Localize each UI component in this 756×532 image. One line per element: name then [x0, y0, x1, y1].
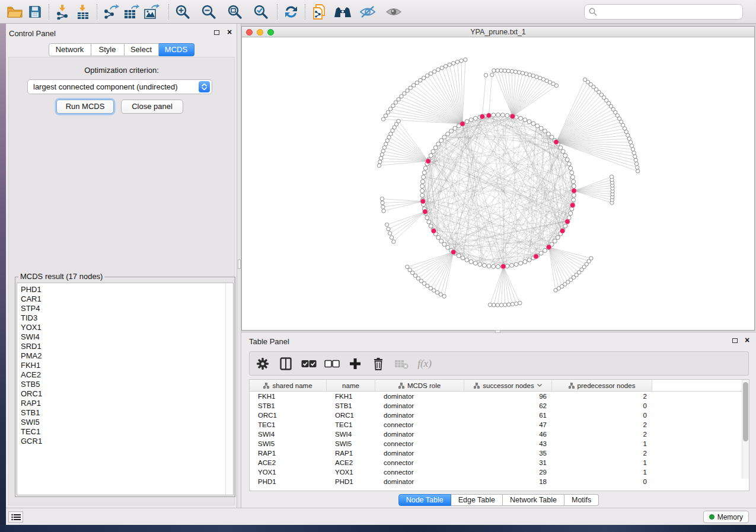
graph-node[interactable] — [506, 69, 510, 73]
graph-mcds-node[interactable] — [546, 245, 551, 250]
graph-node[interactable] — [409, 86, 412, 89]
mcds-result-item[interactable]: STP4 — [21, 304, 233, 313]
cell-shared-name[interactable]: STB1 — [250, 401, 327, 411]
graph-node[interactable] — [500, 113, 505, 117]
graph-node[interactable] — [381, 149, 385, 153]
graph-node[interactable] — [384, 114, 387, 117]
criterion-select[interactable]: largest connected component (undirected) — [27, 79, 212, 94]
graph-node[interactable] — [492, 264, 496, 268]
graph-mcds-node[interactable] — [451, 249, 456, 255]
graph-node[interactable] — [503, 69, 506, 72]
graph-node[interactable] — [484, 73, 487, 77]
graph-node[interactable] — [570, 175, 575, 179]
delete-table-button[interactable] — [394, 356, 409, 371]
table-row[interactable]: ACE2ACE2connector311 — [250, 458, 749, 467]
graph-node[interactable] — [510, 69, 513, 73]
graph-node[interactable] — [518, 301, 522, 305]
cell-successor-nodes[interactable]: 62 — [464, 401, 552, 411]
open-session-button[interactable] — [5, 3, 25, 21]
node-table[interactable]: shared namenameMCDS rolesuccessor nodesp… — [249, 379, 749, 491]
table-scrollbar[interactable] — [742, 380, 749, 479]
graph-node[interactable] — [448, 63, 451, 66]
run-mcds-button[interactable]: Run MCDS — [56, 100, 114, 114]
graph-node[interactable] — [394, 101, 397, 104]
cell-name[interactable]: SWI4 — [327, 430, 375, 439]
graph-mcds-node[interactable] — [426, 159, 431, 164]
graph-node[interactable] — [420, 180, 425, 184]
graph-mcds-node[interactable] — [501, 264, 506, 269]
cell-name[interactable]: STB1 — [327, 401, 375, 411]
graph-node[interactable] — [561, 149, 565, 153]
graph-node[interactable] — [553, 239, 557, 243]
table-row[interactable]: STB1STB1dominator620 — [250, 401, 749, 411]
table-row[interactable]: PHD1PHD1dominator180 — [250, 477, 749, 486]
graph-node[interactable] — [422, 171, 426, 175]
graph-node[interactable] — [565, 158, 569, 162]
graph-node[interactable] — [633, 155, 637, 158]
import-table-button[interactable] — [73, 3, 93, 21]
cell-predecessor-nodes[interactable]: 0 — [552, 411, 652, 420]
task-history-button[interactable] — [8, 511, 23, 523]
graph-mcds-node[interactable] — [554, 139, 559, 145]
function-builder-button[interactable]: f(x) — [417, 356, 432, 371]
table-row[interactable]: SWI4SWI4dominator462 — [250, 430, 749, 439]
cell-name[interactable]: FKH1 — [327, 392, 375, 401]
graph-mcds-node[interactable] — [423, 209, 428, 214]
deselect-all-rows-button[interactable] — [324, 356, 340, 371]
graph-node[interactable] — [422, 175, 426, 179]
import-network-button[interactable] — [53, 3, 73, 21]
graph-mcds-node[interactable] — [560, 229, 565, 234]
mcds-result-item[interactable]: SWI4 — [21, 332, 233, 342]
search-field[interactable] — [584, 4, 743, 20]
export-image-button[interactable] — [141, 3, 161, 21]
memory-button[interactable]: Memory — [703, 511, 749, 523]
graph-node[interactable] — [531, 74, 535, 78]
cell-mcds-role[interactable]: dominator — [375, 392, 464, 401]
graph-node[interactable] — [381, 205, 385, 209]
vertical-splitter[interactable] — [237, 24, 241, 508]
graph-node[interactable] — [381, 201, 384, 204]
column-header-shared-name[interactable]: shared name — [250, 380, 327, 391]
cell-mcds-role[interactable]: dominator — [375, 401, 464, 411]
graph-node[interactable] — [406, 89, 409, 92]
tab-style[interactable]: Style — [91, 43, 125, 56]
graph-node[interactable] — [514, 262, 518, 267]
graph-node[interactable] — [527, 258, 531, 262]
mcds-result-item[interactable]: STB1 — [21, 408, 233, 418]
graph-mcds-node[interactable] — [570, 203, 575, 208]
graph-node[interactable] — [446, 245, 450, 249]
graph-node[interactable] — [634, 158, 637, 162]
graph-node[interactable] — [382, 146, 386, 149]
cell-mcds-role[interactable]: connector — [375, 467, 464, 477]
minimize-window-icon[interactable] — [257, 29, 263, 36]
cell-shared-name[interactable]: YOX1 — [250, 467, 327, 477]
graph-node[interactable] — [478, 262, 482, 267]
graph-node[interactable] — [385, 223, 388, 226]
mcds-result-item[interactable]: STB5 — [21, 380, 233, 389]
cell-mcds-role[interactable]: connector — [375, 439, 464, 448]
graph-node[interactable] — [630, 144, 633, 148]
graph-node[interactable] — [523, 259, 527, 264]
export-network-button[interactable] — [101, 3, 121, 21]
cell-name[interactable]: YOX1 — [327, 467, 375, 477]
cell-shared-name[interactable]: SWI5 — [250, 439, 327, 448]
graph-node[interactable] — [569, 211, 573, 216]
graph-node[interactable] — [387, 227, 390, 230]
graph-node[interactable] — [429, 224, 433, 228]
mcds-result-item[interactable]: TID3 — [21, 313, 233, 323]
graph-mcds-node[interactable] — [480, 114, 485, 119]
mcds-result-item[interactable]: ACE2 — [21, 370, 233, 380]
tab-network[interactable]: Network — [49, 43, 91, 56]
graph-node[interactable] — [444, 65, 447, 68]
mcds-result-item[interactable]: YOX1 — [21, 323, 233, 332]
graph-node[interactable] — [377, 164, 381, 167]
cell-predecessor-nodes[interactable]: 2 — [552, 430, 652, 439]
graph-node[interactable] — [455, 60, 459, 63]
graph-node[interactable] — [420, 184, 425, 188]
cell-name[interactable]: SWI5 — [327, 439, 375, 448]
tab-edge-table[interactable]: Edge Table — [451, 494, 503, 506]
cell-successor-nodes[interactable]: 43 — [464, 439, 552, 448]
column-header-successor-nodes[interactable]: successor nodes — [464, 380, 552, 391]
graph-node[interactable] — [636, 169, 639, 173]
graph-node[interactable] — [457, 254, 461, 258]
